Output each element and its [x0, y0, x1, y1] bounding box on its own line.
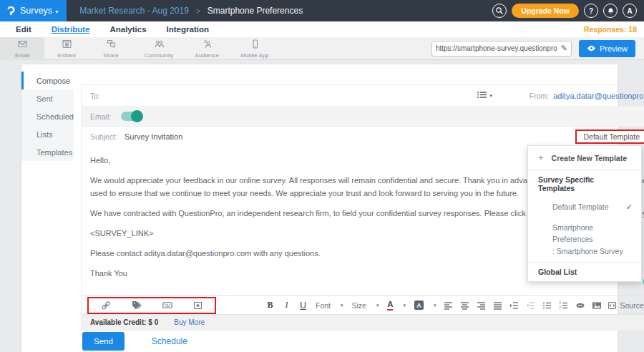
- survey-url-box: ✎: [431, 41, 572, 57]
- chevron-down-icon: ▾: [489, 93, 492, 99]
- channel-label: Share: [103, 52, 118, 59]
- email-sidebar: Compose Sent Scheduled Lists Templates: [21, 64, 74, 352]
- chevron-down-icon: ▾: [403, 303, 406, 308]
- edit-pencil-icon[interactable]: ✎: [561, 44, 567, 53]
- chevron-down-icon: ▾: [376, 303, 379, 308]
- email-toggle-row: Email:: [82, 107, 644, 127]
- insert-link-icon[interactable]: [100, 300, 111, 311]
- preview-button[interactable]: Preview: [579, 40, 635, 57]
- placeholder-box-icon[interactable]: [192, 301, 203, 310]
- tab-integration[interactable]: Integration: [167, 25, 209, 34]
- bg-color-dropdown[interactable]: A▾: [414, 300, 436, 310]
- svg-text:$: $: [204, 39, 206, 44]
- bulleted-list-icon[interactable]: [542, 301, 552, 310]
- preview-label: Preview: [600, 44, 628, 53]
- sidebar-item-scheduled[interactable]: Scheduled: [21, 107, 74, 125]
- breadcrumb-parent[interactable]: Market Research - Aug 2019: [79, 6, 189, 16]
- community-people-icon: [154, 39, 165, 52]
- avatar[interactable]: A: [623, 4, 637, 18]
- channel-community[interactable]: Community: [133, 37, 185, 60]
- outdent-icon[interactable]: [525, 301, 536, 310]
- survey-nav: Edit Distribute Analytics Integration Re…: [0, 21, 644, 37]
- credit-row: Available Credit: $ 0 Buy More: [82, 314, 644, 330]
- font-dropdown[interactable]: Font▾: [316, 301, 343, 310]
- schedule-link[interactable]: Schedule: [152, 336, 187, 346]
- breadcrumb-current: Smartphone Preferences: [208, 6, 303, 16]
- channel-audience[interactable]: $ Audience: [185, 37, 229, 60]
- from-label: From:: [530, 92, 549, 100]
- indent-icon[interactable]: [509, 301, 519, 310]
- notifications-bell-icon[interactable]: [603, 4, 618, 18]
- underline-button[interactable]: U: [298, 300, 308, 311]
- sidebar-item-compose[interactable]: Compose: [21, 72, 74, 89]
- channel-email[interactable]: Email: [0, 37, 44, 60]
- envelope-icon: [17, 39, 28, 52]
- from-email-value[interactable]: aditya.datar@questionpro.co...: [553, 92, 644, 100]
- mobile-phone-icon: [250, 39, 260, 52]
- surveys-menu[interactable]: Ɂ Surveys▾: [0, 0, 67, 21]
- create-new-template-item[interactable]: + Create New Template: [528, 146, 641, 170]
- upgrade-now-button[interactable]: Upgrade Now: [512, 4, 579, 18]
- buy-more-link[interactable]: Buy More: [174, 318, 205, 326]
- option-smartphone-template[interactable]: Smartphone Preferences: Smartphone Surve…: [528, 217, 641, 262]
- hyperlink-oval-icon[interactable]: [575, 302, 585, 309]
- available-credit-label: Available Credit: $ 0: [90, 318, 158, 326]
- breadcrumb-separator: >: [196, 7, 200, 15]
- send-row: Send Schedule: [81, 331, 644, 352]
- section-global-list: Global List: [528, 263, 641, 281]
- insert-image-icon[interactable]: [591, 301, 602, 310]
- source-button[interactable]: Source: [608, 301, 643, 310]
- text-color-dropdown[interactable]: A▾: [387, 300, 405, 310]
- template-select[interactable]: Default Template ▾: [575, 129, 644, 144]
- sidebar-item-templates[interactable]: Templates: [21, 143, 74, 161]
- responses-count[interactable]: Responses: 18: [584, 25, 637, 34]
- italic-button[interactable]: I: [281, 300, 292, 311]
- checkmark-icon: ✓: [626, 202, 633, 212]
- subject-value[interactable]: Survey Invitation: [125, 132, 182, 141]
- plus-icon: +: [538, 152, 544, 163]
- numbered-list-icon[interactable]: 12: [558, 301, 569, 310]
- editor-toolbar: B I U Font▾ Size▾ A▾ A▾ 12 Source Tx: [82, 295, 644, 314]
- align-center-icon[interactable]: [459, 301, 470, 310]
- tab-edit[interactable]: Edit: [16, 25, 31, 34]
- tab-analytics[interactable]: Analytics: [109, 25, 146, 34]
- audience-dollar-icon: $: [202, 39, 213, 52]
- embed-window-icon: [62, 39, 72, 52]
- sidebar-item-sent[interactable]: Sent: [21, 89, 74, 107]
- align-left-icon[interactable]: [443, 301, 454, 310]
- product-label: Surveys: [20, 6, 52, 16]
- search-icon[interactable]: [492, 4, 507, 18]
- breadcrumb: Market Research - Aug 2019 > Smartphone …: [79, 6, 303, 16]
- contact-list-picker[interactable]: ▾: [477, 89, 492, 102]
- section-survey-templates: Survey Specific Templates: [528, 170, 641, 197]
- chevron-down-icon: ▾: [341, 303, 343, 308]
- subject-label: Subject:: [90, 132, 117, 141]
- help-button[interactable]: ?: [584, 4, 598, 18]
- size-dropdown[interactable]: Size▾: [352, 301, 379, 310]
- email-toggle[interactable]: [121, 112, 142, 121]
- subject-row: Subject: Survey Invitation Default Templ…: [82, 127, 644, 146]
- survey-url-input[interactable]: [436, 44, 561, 52]
- list-icon: [477, 89, 487, 102]
- bold-button[interactable]: B: [265, 300, 275, 311]
- send-button[interactable]: Send: [82, 332, 125, 351]
- template-dropdown-menu: + Create New Template Survey Specific Te…: [527, 145, 642, 282]
- template-selected-value: Default Template: [577, 131, 644, 142]
- channel-embed[interactable]: Embed: [44, 37, 89, 60]
- channel-mobile-app[interactable]: Mobile App: [229, 37, 280, 60]
- chevron-down-icon: ▾: [434, 303, 436, 308]
- share-bubbles-icon: [106, 39, 117, 52]
- merge-tags-icon[interactable]: [131, 300, 142, 311]
- svg-text:2: 2: [560, 305, 562, 309]
- align-right-icon[interactable]: [476, 301, 487, 310]
- tab-distribute[interactable]: Distribute: [52, 25, 90, 34]
- embed-keyboard-icon[interactable]: [162, 301, 172, 309]
- channel-share[interactable]: Share: [89, 37, 133, 60]
- channel-label: Email: [15, 52, 29, 59]
- sidebar-item-lists[interactable]: Lists: [21, 125, 74, 143]
- top-header: Ɂ Surveys▾ Market Research - Aug 2019 > …: [0, 0, 644, 21]
- option-default-template[interactable]: Default Template ✓: [528, 197, 641, 217]
- channel-label: Mobile App: [240, 52, 269, 59]
- align-justify-icon[interactable]: [492, 301, 503, 310]
- channel-label: Embed: [57, 52, 75, 59]
